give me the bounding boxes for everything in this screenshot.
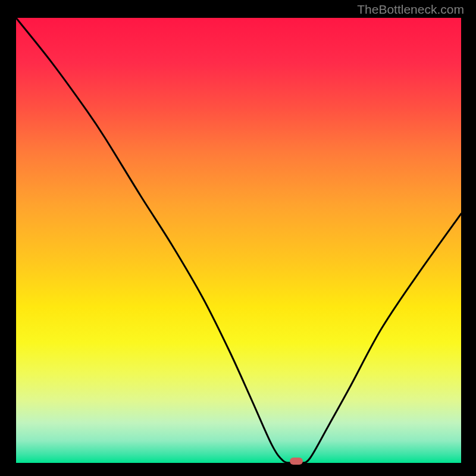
chart-container: TheBottleneck.com [0,0,476,476]
plot-area [16,18,461,463]
watermark-text: TheBottleneck.com [357,2,464,17]
curve-svg [16,18,461,463]
optimal-marker [290,458,303,465]
bottleneck-curve [16,18,461,463]
